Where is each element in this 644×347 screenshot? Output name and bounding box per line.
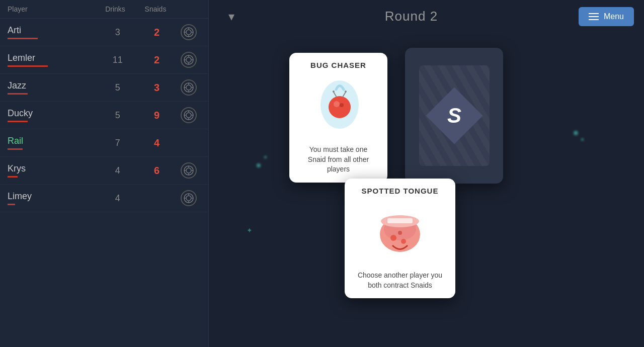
player-name: Arti — [8, 25, 98, 36]
drinks-value: 4 — [98, 165, 137, 176]
header: ▾ Round 2 Menu — [209, 0, 644, 33]
player-health-bar — [8, 204, 15, 205]
back-card[interactable]: S — [405, 48, 503, 184]
deco-dot-2 — [264, 156, 267, 158]
svg-point-43 — [345, 91, 347, 93]
snaids-value: 2 — [137, 27, 177, 38]
snaids-value: 4 — [137, 137, 177, 149]
deco-dot-3 — [574, 131, 578, 135]
main-area: ▾ Round 2 Menu Bug Chaser — [209, 0, 644, 347]
sidebar-header: Player Drinks Snaids — [0, 0, 208, 19]
deco-dot-4 — [581, 138, 584, 141]
svg-point-25 — [186, 168, 191, 173]
menu-button[interactable]: Menu — [579, 7, 634, 26]
target-button[interactable] — [181, 190, 197, 206]
player-health-bar — [8, 121, 28, 122]
player-health-bar — [8, 65, 48, 67]
bug-chaser-title: Bug Chaser — [310, 61, 366, 69]
player-row: Arti32 — [0, 19, 208, 46]
deco-sparkle-1: ✦ — [247, 226, 253, 234]
player-name: Limey — [8, 191, 98, 202]
snaids-value: 9 — [137, 110, 177, 121]
snaids-value: 2 — [137, 54, 177, 66]
player-row: Jazz53 — [0, 74, 208, 102]
svg-point-46 — [390, 235, 396, 241]
svg-point-38 — [334, 101, 340, 107]
drinks-value: 5 — [98, 110, 137, 121]
bug-chaser-card[interactable]: Bug Chaser — [289, 53, 387, 183]
target-button[interactable] — [181, 79, 197, 96]
player-health-bar — [8, 38, 38, 39]
drinks-value: 3 — [98, 27, 137, 38]
spotted-tongue-desc: Choose another player you both contract … — [355, 271, 445, 290]
col-header-snaids: Snaids — [135, 5, 176, 13]
player-row: Limey4 — [0, 185, 208, 212]
bug-chaser-desc: You must take one Snaid from all other p… — [299, 145, 377, 175]
sidebar: Player Drinks Snaids Arti32 Lemler112 Ja… — [0, 0, 209, 347]
player-row: Krys46 — [0, 157, 208, 185]
col-header-drinks: Drinks — [95, 5, 135, 13]
target-button[interactable] — [181, 162, 197, 179]
svg-point-37 — [329, 96, 351, 118]
player-health-bar — [8, 176, 18, 178]
svg-point-7 — [186, 57, 191, 62]
snaids-value: 6 — [137, 165, 177, 177]
spotted-tongue-card[interactable]: Spotted Tongue — [345, 179, 455, 298]
player-name: Lemler — [8, 53, 98, 63]
back-card-inner: S — [419, 65, 490, 166]
player-health-bar — [8, 148, 23, 150]
svg-point-48 — [398, 231, 402, 235]
drinks-value: 11 — [98, 55, 137, 65]
drinks-value: 4 — [98, 193, 137, 204]
col-header-action — [176, 5, 201, 13]
player-name: Ducky — [8, 108, 98, 119]
back-card-diamond: S — [426, 87, 482, 144]
svg-point-19 — [186, 113, 191, 118]
menu-label: Menu — [604, 12, 624, 21]
round-title: Round 2 — [385, 9, 438, 24]
target-button[interactable] — [181, 52, 197, 68]
cards-area: Bug Chaser — [209, 33, 644, 344]
svg-rect-50 — [387, 218, 413, 223]
players-list: Arti32 Lemler112 Jazz53 — [0, 19, 208, 212]
svg-point-39 — [340, 103, 344, 107]
bug-chaser-image — [306, 74, 371, 140]
svg-point-41 — [333, 91, 335, 93]
drinks-value: 5 — [98, 82, 137, 93]
deco-dot-1 — [257, 163, 261, 167]
player-name: Jazz — [8, 80, 98, 91]
player-row: Ducky59 — [0, 102, 208, 129]
chevron-button[interactable]: ▾ — [219, 4, 244, 29]
drinks-value: 7 — [98, 138, 137, 148]
menu-icon — [589, 13, 599, 20]
player-row: Rail74 — [0, 129, 208, 157]
spotted-tongue-image — [367, 200, 433, 266]
player-row: Lemler112 — [0, 46, 208, 74]
svg-point-1 — [186, 30, 191, 35]
player-name: Rail — [8, 136, 98, 146]
target-button[interactable] — [181, 107, 197, 123]
back-card-letter: S — [447, 104, 461, 128]
player-name: Krys — [8, 163, 98, 174]
svg-point-13 — [186, 85, 191, 90]
target-button[interactable] — [181, 24, 197, 40]
snaids-value: 3 — [137, 82, 177, 94]
spotted-tongue-title: Spotted Tongue — [362, 187, 439, 195]
player-health-bar — [8, 93, 28, 95]
col-header-player: Player — [8, 5, 95, 13]
svg-point-31 — [186, 196, 191, 201]
svg-point-47 — [401, 239, 406, 244]
